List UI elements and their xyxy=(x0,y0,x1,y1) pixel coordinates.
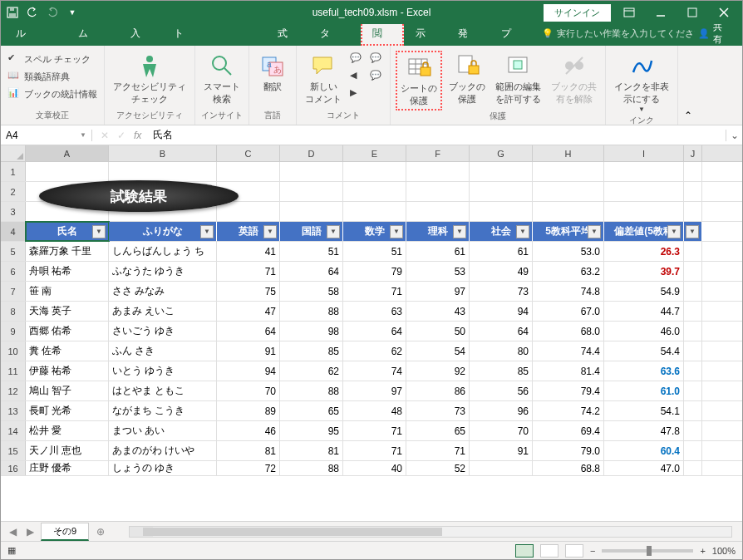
cell[interactable]: 94 xyxy=(217,361,280,381)
cell[interactable]: あまのがわ けいや xyxy=(109,441,217,460)
column-header[interactable]: B xyxy=(109,145,217,161)
column-header[interactable]: F xyxy=(406,145,470,161)
cell[interactable]: 97 xyxy=(343,381,406,400)
cell[interactable]: 92 xyxy=(406,361,470,381)
cell[interactable]: 71 xyxy=(217,262,280,281)
cell[interactable]: 長町 光希 xyxy=(26,401,109,420)
cell[interactable]: 96 xyxy=(470,401,533,420)
add-sheet-icon[interactable]: ⊕ xyxy=(92,523,109,540)
cell[interactable]: 79.0 xyxy=(533,441,604,460)
cell[interactable]: 46 xyxy=(217,421,280,440)
redo-icon[interactable] xyxy=(46,6,59,19)
table-header-cell[interactable]: 偏差値(5教科 xyxy=(604,222,684,241)
cell[interactable]: 50 xyxy=(406,322,470,341)
cell[interactable]: 91 xyxy=(217,341,280,361)
cell[interactable] xyxy=(684,341,702,361)
cell[interactable] xyxy=(604,162,684,181)
cell[interactable]: 40 xyxy=(343,461,406,475)
row-header[interactable]: 14 xyxy=(1,421,26,440)
table-header-cell[interactable] xyxy=(684,222,702,241)
cell[interactable] xyxy=(217,162,280,181)
column-header[interactable]: G xyxy=(470,145,533,161)
spell-check-button[interactable]: ✔スペル チェック xyxy=(6,51,99,67)
cell[interactable]: 85 xyxy=(470,361,533,381)
cell[interactable]: 54.4 xyxy=(604,341,684,361)
cell[interactable]: 54 xyxy=(406,341,470,361)
cell[interactable]: 85 xyxy=(280,341,343,361)
cell[interactable] xyxy=(280,162,343,181)
cell[interactable]: 74.4 xyxy=(533,341,604,361)
cell[interactable]: 65 xyxy=(406,421,470,440)
cell[interactable]: 71 xyxy=(343,421,406,440)
column-header[interactable]: J xyxy=(684,145,702,161)
cell[interactable]: 39.7 xyxy=(604,262,684,281)
cell[interactable]: 43 xyxy=(406,302,470,321)
row-header[interactable]: 6 xyxy=(1,262,26,281)
cell[interactable]: 51 xyxy=(343,242,406,261)
row-header[interactable]: 8 xyxy=(1,302,26,321)
row-header[interactable]: 11 xyxy=(1,361,26,381)
cell[interactable]: ふなうた ゆうき xyxy=(109,262,217,281)
row-header[interactable]: 16 xyxy=(1,461,26,475)
cell[interactable]: 47 xyxy=(217,302,280,321)
cell[interactable]: さいごう ゆき xyxy=(109,322,217,341)
cell[interactable]: ふん さき xyxy=(109,341,217,361)
cell[interactable]: 74.2 xyxy=(533,401,604,420)
zoom-slider[interactable] xyxy=(602,549,693,553)
cell[interactable]: しょうの ゆき xyxy=(109,461,217,475)
table-header-cell[interactable]: ふりがな xyxy=(109,222,217,241)
cell[interactable] xyxy=(684,242,702,261)
cell[interactable]: 54.1 xyxy=(604,401,684,420)
column-header[interactable]: E xyxy=(343,145,406,161)
cell[interactable]: 52 xyxy=(406,461,470,475)
sheet-nav-prev-icon[interactable]: ◀ xyxy=(6,526,20,538)
collapse-ribbon-icon[interactable]: ⌃ xyxy=(678,46,698,125)
cell[interactable]: 79 xyxy=(343,262,406,281)
table-header-cell[interactable]: 社会 xyxy=(470,222,533,241)
cell[interactable] xyxy=(684,202,702,221)
cell[interactable]: 56 xyxy=(470,381,533,400)
cell[interactable]: 47.0 xyxy=(604,461,684,475)
cell[interactable]: まつい あい xyxy=(109,421,217,440)
row-header[interactable]: 10 xyxy=(1,341,26,361)
cell[interactable]: ながまち こうき xyxy=(109,401,217,420)
cell[interactable]: 63.2 xyxy=(533,262,604,281)
accessibility-check-button[interactable]: アクセシビリティ チェック xyxy=(110,51,189,107)
zoom-out-icon[interactable]: − xyxy=(590,546,595,556)
row-header[interactable]: 15 xyxy=(1,441,26,460)
cell[interactable]: 天ノ川 恵也 xyxy=(26,441,109,460)
cell[interactable]: 88 xyxy=(280,461,343,475)
cell[interactable]: 48 xyxy=(343,401,406,420)
translate-button[interactable]: aあ 翻訳 xyxy=(254,51,291,95)
row-header[interactable]: 2 xyxy=(1,182,26,201)
zoom-level[interactable]: 100% xyxy=(712,546,736,556)
cell[interactable] xyxy=(684,322,702,341)
cell[interactable]: しんらばんしょう ち xyxy=(109,242,217,261)
worksheet[interactable]: ABCDEFGHIJ 試験結果 1234氏名ふりがな英語国語数学理科社会5教科平… xyxy=(1,145,742,521)
cell[interactable] xyxy=(470,162,533,181)
cell[interactable]: あまみ えいこ xyxy=(109,302,217,321)
cell[interactable]: 64 xyxy=(343,322,406,341)
smart-lookup-button[interactable]: スマート 検索 xyxy=(200,51,244,107)
allow-edit-ranges-button[interactable]: 範囲の編集 を許可する xyxy=(492,51,544,107)
formula-input[interactable] xyxy=(150,130,726,141)
macro-record-icon[interactable]: ▦ xyxy=(7,545,16,556)
undo-icon[interactable] xyxy=(26,6,39,19)
protect-sheet-button[interactable]: シートの 保護 xyxy=(396,51,442,111)
cell[interactable]: 80 xyxy=(470,341,533,361)
cell[interactable]: 70 xyxy=(470,421,533,440)
cell[interactable]: 61 xyxy=(406,242,470,261)
cell[interactable]: 74.8 xyxy=(533,282,604,301)
table-header-cell[interactable]: 5教科平均 xyxy=(533,222,604,241)
horizontal-scrollbar[interactable] xyxy=(129,526,732,538)
cell[interactable]: 糞 佐希 xyxy=(26,341,109,361)
row-header[interactable]: 5 xyxy=(1,242,26,261)
minimize-icon[interactable] xyxy=(647,3,674,22)
cell[interactable] xyxy=(533,162,604,181)
protect-workbook-button[interactable]: ブックの 保護 xyxy=(445,51,489,107)
table-header-cell[interactable]: 英語 xyxy=(217,222,280,241)
cell[interactable] xyxy=(406,202,470,221)
new-comment-button[interactable]: 新しい コメント xyxy=(302,51,345,107)
row-header[interactable]: 13 xyxy=(1,401,26,420)
cell[interactable]: 65 xyxy=(280,401,343,420)
